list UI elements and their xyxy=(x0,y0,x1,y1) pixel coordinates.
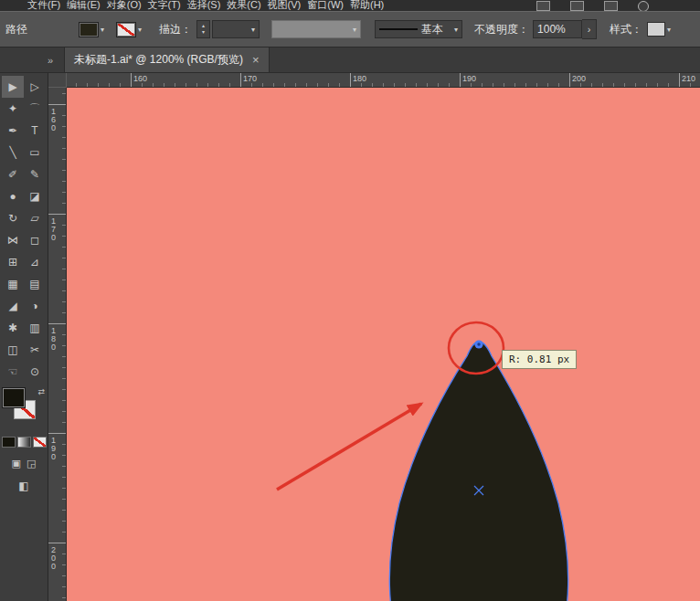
ruler-top[interactable]: 160170180190200210 xyxy=(67,73,700,88)
paintbrush-tool[interactable]: ✐ xyxy=(2,163,24,185)
control-bar: 路径 ▾ ▾ 描边： ▴ ▾ ▾ ▾ 基本 ▾ 不透明度： 10 xyxy=(0,11,700,47)
ruler-left-label: 1 9 0 xyxy=(51,437,56,461)
caret-down-icon: ▾ xyxy=(454,26,458,34)
pen-tool[interactable]: ✒ xyxy=(2,120,24,142)
free-transform-tool[interactable]: ◻ xyxy=(24,229,46,251)
fill-indicator[interactable] xyxy=(3,388,25,407)
mesh-tool[interactable]: ▦ xyxy=(2,273,24,295)
menu-select[interactable]: 选择(S) xyxy=(187,0,221,8)
line-segment-tool[interactable]: ╲ xyxy=(2,142,24,163)
menu-effect[interactable]: 效果(C) xyxy=(227,0,260,8)
caret-down-icon: ▾ xyxy=(101,26,104,34)
stepper-up-icon[interactable]: ▴ xyxy=(202,23,205,29)
menu-object[interactable]: 对象(O) xyxy=(107,0,142,8)
panels-icon[interactable] xyxy=(604,1,618,11)
hand-tool[interactable]: ☜ xyxy=(2,361,24,383)
main-area: ▶▷✦⌒✒T╲▭✐✎●◪↻▱⋈◻⊞⊿▦▤◢◑✱▥◫✂☜⊙ ⇄ ▣ ◲ ◧ xyxy=(0,73,700,601)
canvas[interactable]: R: 0.81 px xyxy=(67,88,700,601)
ruler-top-label: 190 xyxy=(462,74,476,83)
lasso-tool[interactable]: ⌒ xyxy=(24,98,46,120)
type-tool[interactable]: T xyxy=(24,120,46,142)
menu-edit[interactable]: 编辑(E) xyxy=(67,0,101,8)
workspace-switcher-icon[interactable] xyxy=(570,1,584,11)
stroke-weight-stepper[interactable]: ▴ ▾ xyxy=(196,20,210,38)
menu-help[interactable]: 帮助(H) xyxy=(350,0,384,8)
brush-definition-combo[interactable]: 基本 ▾ xyxy=(375,20,462,38)
style-swatch[interactable] xyxy=(647,22,665,37)
width-tool[interactable]: ⋈ xyxy=(2,229,24,251)
opacity-value: 100% xyxy=(537,23,578,36)
stroke-weight-label: 描边： xyxy=(159,22,192,37)
arrange-documents-icon[interactable] xyxy=(536,1,550,11)
ruler-top-label: 180 xyxy=(353,74,366,83)
draw-behind-icon[interactable]: ◲ xyxy=(27,458,36,469)
menu-items: 文件(F)编辑(E)对象(O)文字(T)选择(S)效果(C)视图(V)窗口(W)… xyxy=(27,0,390,11)
gradient-tool[interactable]: ▤ xyxy=(24,273,46,295)
opacity-label: 不透明度： xyxy=(474,22,529,37)
scale-tool[interactable]: ▱ xyxy=(24,207,46,229)
blob-brush-tool[interactable]: ● xyxy=(2,185,24,207)
toolbar-panel-header: » xyxy=(0,47,64,72)
symbol-sprayer-tool[interactable]: ✱ xyxy=(2,317,24,339)
fill-color-control[interactable]: ▾ xyxy=(79,22,104,37)
perspective-grid-tool[interactable]: ⊿ xyxy=(24,251,46,273)
menu-window[interactable]: 窗口(W) xyxy=(307,0,344,8)
opacity-combo[interactable]: 100% xyxy=(533,20,582,38)
toolbar-tools: ▶▷✦⌒✒T╲▭✐✎●◪↻▱⋈◻⊞⊿▦▤◢◑✱▥◫✂☜⊙ xyxy=(0,73,48,383)
gradient-button[interactable] xyxy=(17,437,31,448)
blend-tool[interactable]: ◑ xyxy=(24,295,46,317)
artboard-tool[interactable]: ◫ xyxy=(2,339,24,361)
ruler-left-label: 1 8 0 xyxy=(51,327,56,352)
drawing-mode-buttons: ▣ ◲ xyxy=(0,458,48,469)
swap-fill-stroke-icon[interactable]: ⇄ xyxy=(37,387,45,396)
ruler-left-label: 1 6 0 xyxy=(51,108,56,132)
menu-type[interactable]: 文字(T) xyxy=(148,0,181,8)
app-home-icon[interactable] xyxy=(638,1,649,11)
ruler-top-label: 200 xyxy=(572,74,586,83)
shape-builder-tool[interactable]: ⊞ xyxy=(2,251,24,273)
stepper-down-icon[interactable]: ▾ xyxy=(202,29,205,36)
stroke-line-sample xyxy=(379,28,418,30)
eraser-tool[interactable]: ◪ xyxy=(24,185,46,207)
variable-width-combo[interactable]: ▾ xyxy=(271,20,361,38)
none-button[interactable] xyxy=(33,437,47,448)
stroke-weight-combo[interactable]: ▾ xyxy=(212,20,260,38)
direct-selection-tool[interactable]: ▷ xyxy=(24,76,46,98)
ruler-left[interactable]: 1 6 01 7 01 8 01 9 02 0 0 xyxy=(48,88,67,601)
menu-file[interactable]: 文件(F) xyxy=(27,0,60,8)
rectangle-tool[interactable]: ▭ xyxy=(24,142,46,163)
eyedropper-tool[interactable]: ◢ xyxy=(2,295,24,317)
collapse-panel-icon[interactable]: » xyxy=(48,55,53,66)
slice-tool[interactable]: ✂ xyxy=(24,339,46,361)
color-button[interactable] xyxy=(2,437,16,448)
caret-down-icon: ▾ xyxy=(353,26,356,34)
tab-bar: » 未标题-1.ai* @ 1200% (RGB/预览) × xyxy=(0,47,700,73)
ruler-top-label: 160 xyxy=(133,74,147,83)
screen-mode-button[interactable]: ◧ xyxy=(0,480,48,492)
document-tab-title: 未标题-1.ai* @ 1200% (RGB/预览) xyxy=(74,52,243,68)
selection-tool[interactable]: ▶ xyxy=(2,76,24,98)
menu-view[interactable]: 视图(V) xyxy=(268,0,302,8)
stroke-color-control[interactable]: ▾ xyxy=(116,22,142,37)
stroke-swatch[interactable] xyxy=(116,22,136,37)
magic-wand-tool[interactable]: ✦ xyxy=(2,98,24,120)
caret-down-icon: ▾ xyxy=(251,26,255,34)
fill-swatch[interactable] xyxy=(79,22,99,37)
close-tab-icon[interactable]: × xyxy=(252,53,260,67)
tools-panel: ▶▷✦⌒✒T╲▭✐✎●◪↻▱⋈◻⊞⊿▦▤◢◑✱▥◫✂☜⊙ ⇄ ▣ ◲ ◧ xyxy=(0,73,48,601)
zoom-tool[interactable]: ⊙ xyxy=(24,361,46,383)
style-control[interactable]: ▾ xyxy=(647,22,671,37)
opacity-flyout-button[interactable]: › xyxy=(582,19,597,39)
artboard-background xyxy=(67,88,700,601)
pencil-tool[interactable]: ✎ xyxy=(24,163,46,185)
ruler-origin-corner[interactable] xyxy=(48,73,67,88)
column-graph-tool[interactable]: ▥ xyxy=(24,317,46,339)
corner-widget-center xyxy=(477,343,480,345)
document-tab[interactable]: 未标题-1.ai* @ 1200% (RGB/预览) × xyxy=(64,47,270,72)
rotate-tool[interactable]: ↻ xyxy=(2,207,24,229)
caret-down-icon: ▾ xyxy=(667,26,671,34)
corner-radius-tooltip: R: 0.81 px xyxy=(502,350,577,369)
illustrator-window: 文件(F)编辑(E)对象(O)文字(T)选择(S)效果(C)视图(V)窗口(W)… xyxy=(0,0,700,601)
draw-normal-icon[interactable]: ▣ xyxy=(12,458,21,469)
fill-stroke-indicator: ⇄ xyxy=(0,388,48,428)
